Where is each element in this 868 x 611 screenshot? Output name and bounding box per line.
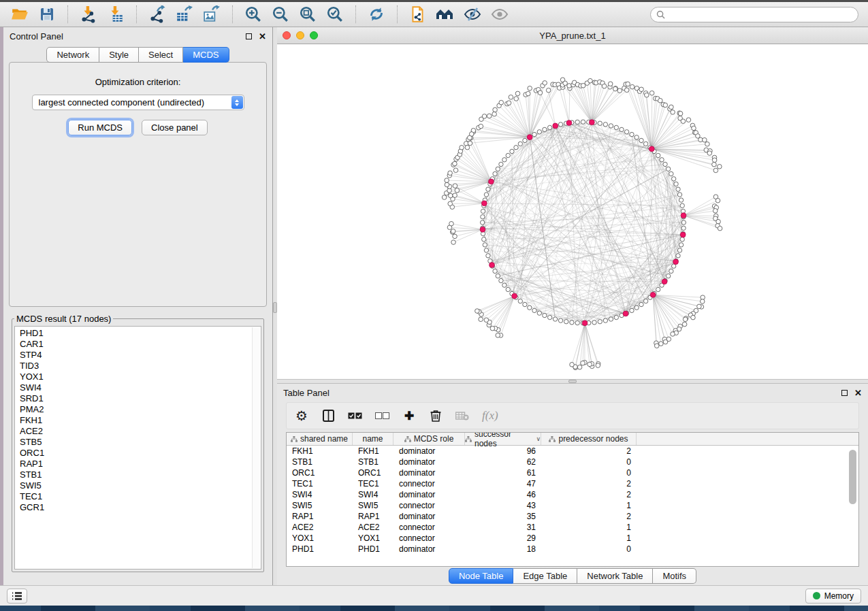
table-cell[interactable]: dominator bbox=[393, 544, 465, 554]
table-row[interactable]: ORC1ORC1dominator610 bbox=[287, 467, 858, 478]
table-cell[interactable]: 0 bbox=[541, 457, 637, 467]
add-column-icon[interactable]: ✚ bbox=[402, 410, 416, 422]
table-cell[interactable]: 1 bbox=[541, 523, 637, 532]
float-panel-icon[interactable] bbox=[841, 390, 848, 396]
table-cell[interactable]: connector bbox=[393, 479, 465, 489]
mcds-result-item[interactable]: SRD1 bbox=[20, 393, 251, 404]
table-cell[interactable]: YOX1 bbox=[353, 533, 393, 543]
table-cell[interactable]: 2 bbox=[541, 512, 637, 521]
table-cell[interactable]: FKH1 bbox=[287, 446, 353, 456]
memory-button[interactable]: Memory bbox=[805, 589, 861, 604]
table-cell[interactable]: FKH1 bbox=[353, 446, 393, 456]
column-header-successor-nodes[interactable]: successor nodes∨ bbox=[465, 433, 541, 445]
tab-network[interactable]: Network bbox=[46, 47, 99, 63]
table-cell[interactable]: 2 bbox=[541, 446, 637, 456]
table-cell[interactable]: 46 bbox=[465, 490, 541, 499]
close-panel-button[interactable]: Close panel bbox=[142, 120, 208, 135]
table-cell[interactable]: RAP1 bbox=[287, 512, 353, 521]
tab-edge-table[interactable]: Edge Table bbox=[513, 568, 577, 584]
mcds-result-item[interactable]: TID3 bbox=[20, 361, 251, 371]
export-network-button[interactable] bbox=[144, 4, 170, 24]
window-minimize-button[interactable] bbox=[296, 31, 304, 39]
table-scrollbar-thumb[interactable] bbox=[849, 450, 856, 504]
table-cell[interactable]: 43 bbox=[465, 501, 541, 510]
table-cell[interactable]: 1 bbox=[541, 533, 637, 543]
search-input[interactable] bbox=[669, 9, 852, 20]
table-cell[interactable]: 47 bbox=[465, 479, 541, 489]
mcds-result-item[interactable]: TEC1 bbox=[20, 491, 251, 502]
tab-motifs[interactable]: Motifs bbox=[653, 568, 696, 584]
table-row[interactable]: ACE2ACE2connector311 bbox=[287, 522, 858, 533]
table-cell[interactable]: 29 bbox=[465, 533, 541, 543]
network-graph-svg[interactable] bbox=[277, 44, 868, 379]
select-all-columns-icon[interactable] bbox=[348, 412, 362, 419]
table-cell[interactable]: ORC1 bbox=[353, 468, 393, 478]
hide-selected-button[interactable] bbox=[460, 4, 485, 24]
table-cell[interactable]: SWI5 bbox=[287, 501, 353, 510]
window-zoom-button[interactable] bbox=[310, 31, 318, 39]
run-mcds-button[interactable]: Run MCDS bbox=[68, 120, 132, 135]
table-cell[interactable]: STB1 bbox=[353, 457, 393, 467]
mcds-result-item[interactable]: SWI4 bbox=[20, 382, 251, 393]
column-header-mcds-role[interactable]: MCDS role bbox=[393, 433, 465, 445]
close-panel-icon[interactable]: ✕ bbox=[259, 32, 266, 41]
mcds-list-scrollbar[interactable] bbox=[252, 327, 260, 568]
mcds-result-item[interactable]: GCR1 bbox=[20, 502, 251, 513]
table-cell[interactable]: SWI5 bbox=[353, 501, 393, 510]
network-canvas[interactable] bbox=[277, 44, 868, 379]
table-row[interactable]: RAP1RAP1dominator352 bbox=[287, 511, 858, 522]
criterion-select[interactable]: largest connected component (undirected) bbox=[32, 95, 244, 110]
table-cell[interactable]: 35 bbox=[465, 512, 541, 521]
import-table-button[interactable] bbox=[103, 4, 129, 24]
table-row[interactable]: YOX1YOX1connector291 bbox=[287, 533, 858, 544]
open-session-button[interactable] bbox=[7, 4, 33, 24]
table-row[interactable]: SWI4SWI4dominator462 bbox=[287, 489, 858, 500]
table-cell[interactable]: connector bbox=[393, 523, 465, 532]
table-cell[interactable]: PHD1 bbox=[287, 544, 353, 554]
table-cell[interactable]: 2 bbox=[541, 490, 637, 499]
table-cell[interactable]: 0 bbox=[541, 468, 637, 478]
tab-style[interactable]: Style bbox=[99, 47, 139, 63]
mcds-result-item[interactable]: STB5 bbox=[20, 437, 251, 448]
splitter-handle[interactable] bbox=[568, 380, 577, 383]
window-close-button[interactable] bbox=[283, 31, 291, 39]
zoom-out-button[interactable] bbox=[268, 4, 293, 24]
sort-chevron-icon[interactable]: ∨ bbox=[536, 435, 541, 442]
mcds-result-item[interactable]: ORC1 bbox=[20, 448, 251, 459]
table-cell[interactable]: RAP1 bbox=[353, 512, 393, 521]
mcds-result-item[interactable]: RAP1 bbox=[20, 459, 251, 469]
table-cell[interactable]: ACE2 bbox=[287, 523, 353, 532]
table-cell[interactable]: dominator bbox=[393, 468, 465, 478]
task-history-button[interactable] bbox=[7, 589, 27, 604]
table-cell[interactable]: 18 bbox=[465, 544, 541, 554]
table-cell[interactable]: ORC1 bbox=[287, 468, 353, 478]
column-header-name[interactable]: name bbox=[353, 433, 393, 445]
save-session-button[interactable] bbox=[34, 4, 60, 24]
toggle-panel-mode-icon[interactable] bbox=[321, 410, 335, 422]
mcds-result-item[interactable]: STB1 bbox=[20, 469, 251, 480]
apply-layout-button[interactable] bbox=[364, 4, 389, 24]
show-all-button[interactable] bbox=[432, 4, 458, 24]
tab-node-table[interactable]: Node Table bbox=[449, 568, 514, 584]
table-cell[interactable]: 61 bbox=[465, 468, 541, 478]
column-header-predecessor-nodes[interactable]: predecessor nodes bbox=[541, 433, 637, 445]
horizontal-splitter[interactable] bbox=[277, 379, 868, 384]
table-cell[interactable]: 2 bbox=[541, 479, 637, 489]
table-row[interactable]: TEC1TEC1connector472 bbox=[287, 478, 858, 489]
table-cell[interactable]: dominator bbox=[393, 446, 465, 456]
table-cell[interactable]: dominator bbox=[393, 457, 465, 467]
table-row[interactable]: SWI5SWI5connector431 bbox=[287, 500, 858, 511]
mcds-result-item[interactable]: YOX1 bbox=[20, 371, 251, 382]
mcds-result-item[interactable]: CAR1 bbox=[20, 339, 251, 350]
table-cell[interactable]: dominator bbox=[393, 512, 465, 521]
table-row[interactable]: FKH1FKH1dominator962 bbox=[287, 446, 858, 457]
table-cell[interactable]: TEC1 bbox=[287, 479, 353, 489]
table-row[interactable]: PHD1PHD1dominator180 bbox=[287, 544, 858, 555]
table-cell[interactable]: connector bbox=[393, 501, 465, 510]
mcds-result-item[interactable]: STP4 bbox=[20, 350, 251, 361]
table-row[interactable]: STB1STB1dominator620 bbox=[287, 457, 858, 467]
close-panel-icon[interactable]: ✕ bbox=[854, 389, 862, 397]
deselect-all-columns-icon[interactable] bbox=[375, 412, 389, 419]
mcds-result-item[interactable]: FKH1 bbox=[20, 415, 251, 426]
table-cell[interactable]: 0 bbox=[541, 544, 637, 554]
